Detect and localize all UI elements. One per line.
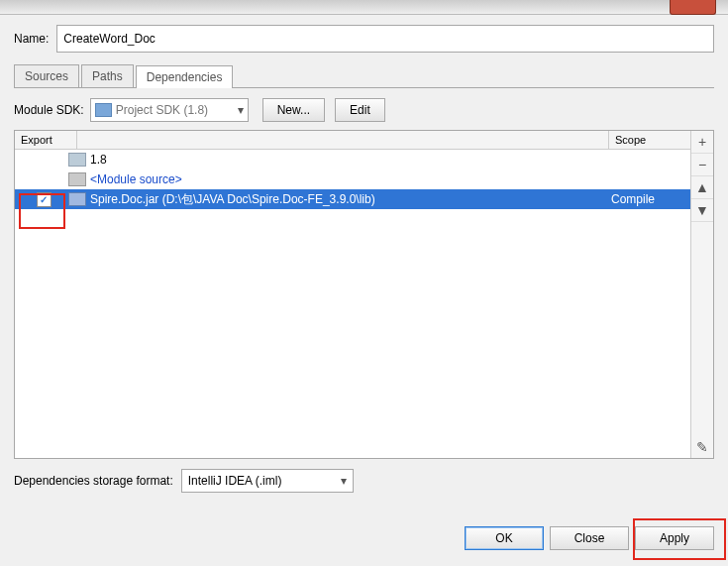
- close-button[interactable]: Close: [550, 526, 629, 550]
- folder-icon: [95, 103, 112, 117]
- new-sdk-button[interactable]: New...: [262, 98, 325, 122]
- storage-format-label: Dependencies storage format:: [14, 474, 173, 488]
- storage-format-value: IntelliJ IDEA (.iml): [188, 474, 282, 488]
- row-label: Spire.Doc.jar (D:\包\JAVA Doc\Spire.Doc-F…: [90, 191, 605, 208]
- chevron-down-icon: ▾: [238, 103, 244, 117]
- add-button[interactable]: +: [691, 131, 713, 154]
- dialog-buttons: OK Close Apply: [459, 526, 714, 550]
- table-header: Export Scope: [15, 131, 690, 150]
- module-icon: [68, 172, 86, 186]
- remove-button[interactable]: −: [691, 154, 713, 176]
- edit-sdk-button[interactable]: Edit: [335, 98, 385, 122]
- module-sdk-value: Project SDK (1.8): [116, 103, 238, 117]
- dependencies-table: Export Scope 1.8 <Module source>: [14, 130, 714, 459]
- window-titlebar: [0, 0, 728, 15]
- ok-button[interactable]: OK: [465, 526, 544, 550]
- tab-sources[interactable]: Sources: [14, 64, 79, 87]
- sdk-icon: [68, 153, 86, 167]
- name-input[interactable]: [56, 25, 714, 53]
- export-checkbox[interactable]: ✓: [37, 192, 52, 207]
- jar-icon: [68, 192, 86, 206]
- tabs-bar: Sources Paths Dependencies: [14, 64, 714, 88]
- tab-paths[interactable]: Paths: [81, 64, 134, 87]
- table-toolbar: + − ▲ ▼ ✎: [690, 131, 713, 458]
- move-down-button[interactable]: ▼: [691, 199, 713, 222]
- row-label: 1.8: [90, 153, 605, 167]
- col-scope[interactable]: Scope: [608, 131, 690, 149]
- tab-dependencies[interactable]: Dependencies: [136, 65, 234, 88]
- module-sdk-select[interactable]: Project SDK (1.8) ▾: [90, 98, 249, 122]
- name-label: Name:: [14, 32, 49, 46]
- edit-entry-button[interactable]: ✎: [691, 436, 713, 458]
- move-up-button[interactable]: ▲: [691, 176, 713, 199]
- storage-format-select[interactable]: IntelliJ IDEA (.iml) ▾: [181, 469, 354, 493]
- apply-button[interactable]: Apply: [635, 526, 714, 550]
- table-row[interactable]: 1.8: [15, 150, 690, 170]
- col-export[interactable]: Export: [15, 131, 77, 149]
- row-label: <Module source>: [90, 172, 605, 186]
- chevron-down-icon: ▾: [341, 474, 347, 488]
- module-sdk-label: Module SDK:: [14, 103, 84, 117]
- table-row[interactable]: <Module source>: [15, 170, 690, 189]
- table-row[interactable]: ✓ Spire.Doc.jar (D:\包\JAVA Doc\Spire.Doc…: [15, 189, 690, 209]
- window-close-button[interactable]: [670, 0, 716, 15]
- row-scope[interactable]: Compile: [605, 192, 686, 206]
